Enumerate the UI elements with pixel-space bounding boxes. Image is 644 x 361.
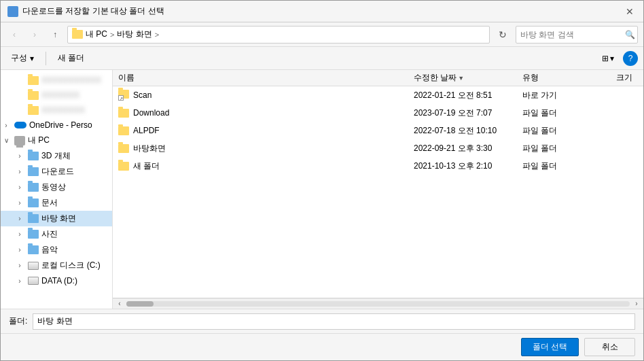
search-input[interactable] — [520, 30, 622, 39]
file-name-cell: 새 폴더 — [118, 160, 414, 172]
file-list-header: 이름 수정한 날짜 ▼ 유형 크기 — [113, 70, 643, 86]
file-type: 파일 폴더 — [522, 160, 590, 172]
toolbar-separator — [46, 52, 46, 65]
sidebar-item-videos[interactable]: › 동영상 — [1, 179, 112, 195]
file-row[interactable]: Download 2023-07-19 오전 7:07 파일 폴더 — [113, 104, 643, 122]
folder-input[interactable] — [33, 313, 635, 330]
sidebar-label: OneDrive - Perso — [29, 120, 107, 130]
search-bar: 🔍 — [516, 26, 638, 44]
sidebar-item-pc[interactable]: ∨ 내 PC — [1, 133, 112, 148]
file-name: 새 폴더 — [133, 160, 160, 172]
file-name-cell: 바탕화면 — [118, 143, 414, 154]
file-type: 바로 가기 — [522, 90, 590, 101]
pc-icon — [14, 136, 25, 145]
sidebar-item-docs[interactable]: › 문서 — [1, 195, 112, 211]
file-date: 2022-09-21 오후 3:30 — [414, 143, 522, 154]
view-button[interactable]: ⊞ ▾ — [598, 51, 618, 66]
folder-icon — [28, 76, 39, 85]
cancel-button[interactable]: 취소 — [584, 338, 635, 356]
file-name-cell: Download — [118, 108, 414, 118]
expand-icon: ∨ — [1, 135, 12, 146]
file-type: 파일 폴더 — [522, 143, 590, 154]
sidebar-label: 로컬 디스크 (C:) — [41, 260, 107, 271]
file-name: Download — [133, 108, 169, 118]
sidebar-item-downloads[interactable]: › 다운로드 — [1, 164, 112, 179]
sidebar-label: DATA (D:) — [41, 276, 107, 286]
onedrive-icon — [14, 122, 26, 128]
sidebar-item-music[interactable]: › 음악 — [1, 242, 112, 258]
expand-icon: › — [14, 182, 25, 193]
file-name: Scan — [133, 90, 151, 100]
sidebar-item-blurred3[interactable]: XXXXXXXX — [1, 103, 112, 118]
folder-icon — [28, 245, 39, 254]
expand-icon: › — [14, 167, 25, 177]
col-name[interactable]: 이름 — [118, 72, 414, 84]
sidebar-label: 동영상 — [41, 182, 107, 193]
search-icon[interactable]: 🔍 — [625, 30, 635, 39]
breadcrumb-pc: 내 PC — [86, 29, 107, 40]
file-date: 2021-10-13 오후 2:10 — [414, 160, 522, 172]
sidebar-label: 다운로드 — [41, 166, 107, 177]
sidebar-item-blurred2[interactable]: XXXXXXX — [1, 88, 112, 103]
file-row[interactable]: 새 폴더 2021-10-13 오후 2:10 파일 폴더 — [113, 157, 643, 175]
sidebar-item-blurred1[interactable]: XXXXXXXXXXX — [1, 73, 112, 88]
back-button[interactable]: ‹ — [6, 27, 22, 43]
titlebar-left: 다운로드를 저장할 기본 대상 폴더 선택 — [7, 5, 164, 17]
sidebar-label: 음악 — [41, 244, 107, 256]
sidebar-label: 내 PC — [28, 135, 107, 146]
folder-icon — [118, 126, 129, 135]
breadcrumb-desktop: 바탕 화면 — [117, 29, 151, 40]
sidebar-item-3d[interactable]: › 3D 개체 — [1, 148, 112, 164]
expand-icon: › — [14, 260, 25, 271]
folder-label: 폴더: — [9, 315, 27, 327]
col-type[interactable]: 유형 — [522, 72, 590, 84]
horizontal-scrollbar[interactable]: ‹ › — [113, 298, 643, 309]
scrollbar-thumb[interactable] — [126, 301, 154, 307]
file-date: 2022-07-18 오전 10:10 — [414, 125, 522, 137]
file-row[interactable]: ALPDF 2022-07-18 오전 10:10 파일 폴더 — [113, 122, 643, 139]
sidebar-label: XXXXXXXXXXX — [41, 75, 107, 85]
folder-icon — [28, 152, 39, 160]
refresh-button[interactable]: ↻ — [494, 26, 512, 44]
file-row[interactable]: ↗ Scan 2022-01-21 오전 8:51 바로 가기 — [113, 86, 643, 104]
expand-icon: › — [14, 245, 25, 256]
file-name-cell: ↗ Scan — [118, 90, 414, 101]
folder-icon — [28, 106, 39, 115]
titlebar: 다운로드를 저장할 기본 대상 폴더 선택 ✕ — [1, 1, 643, 22]
sidebar-item-onedrive[interactable]: › OneDrive - Perso — [1, 118, 112, 133]
folder-icon — [28, 183, 39, 192]
file-type: 파일 폴더 — [522, 125, 590, 137]
sidebar-item-photos[interactable]: › 사진 — [1, 226, 112, 242]
sidebar: XXXXXXXXXXX XXXXXXX XXXXXXXX › OneDrive … — [1, 70, 113, 309]
sidebar-item-datad[interactable]: › DATA (D:) — [1, 273, 112, 288]
sidebar-item-desktop[interactable]: › 바탕 화면 — [1, 211, 112, 226]
expand-icon: › — [14, 198, 25, 209]
help-button[interactable]: ? — [623, 51, 638, 66]
expand-icon: › — [14, 151, 25, 162]
action-bar: 폴더 선택 취소 — [1, 333, 643, 360]
organize-arrow: ▾ — [30, 54, 34, 63]
organize-label: 구성 — [11, 52, 27, 64]
file-name-cell: ALPDF — [118, 126, 414, 135]
sidebar-item-localc[interactable]: › 로컬 디스크 (C:) — [1, 258, 112, 273]
expand-icon: › — [1, 120, 12, 131]
expand-icon: › — [14, 213, 25, 224]
folder-icon — [118, 162, 129, 171]
breadcrumb-sep2: > — [155, 31, 159, 39]
breadcrumb[interactable]: 내 PC > 바탕 화면 > — [67, 26, 490, 44]
file-row[interactable]: 바탕화면 2022-09-21 오후 3:30 파일 폴더 — [113, 139, 643, 157]
scroll-left-button[interactable]: ‹ — [114, 299, 125, 309]
sidebar-label: 바탕 화면 — [41, 213, 107, 224]
forward-button[interactable]: › — [26, 27, 43, 43]
new-folder-button[interactable]: 새 폴더 — [53, 50, 89, 67]
close-button[interactable]: ✕ — [623, 6, 637, 17]
col-size[interactable]: 크기 — [590, 72, 638, 84]
sidebar-label: 문서 — [41, 197, 107, 209]
file-name: ALPDF — [133, 126, 160, 135]
up-button[interactable]: ↑ — [47, 27, 63, 43]
scroll-right-button[interactable]: › — [631, 299, 642, 309]
expand-icon: › — [14, 275, 25, 286]
confirm-button[interactable]: 폴더 선택 — [521, 338, 579, 356]
organize-button[interactable]: 구성 ▾ — [6, 50, 39, 67]
col-date[interactable]: 수정한 날짜 ▼ — [414, 72, 522, 84]
